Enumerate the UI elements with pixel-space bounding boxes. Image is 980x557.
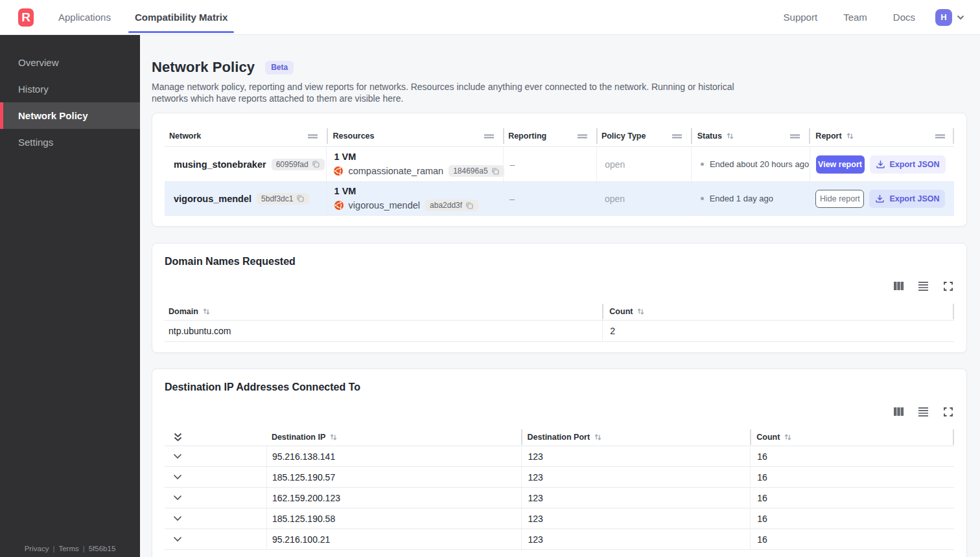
sidebar-item-network-policy[interactable]: Network Policy [0,102,140,129]
count-cell: 16 [750,467,954,487]
network-row-selected: vigorous_mendel 5bdf3dc1 1 VM vigorous_m… [165,182,954,216]
page-title: Network Policy [152,59,255,76]
rows-icon[interactable] [918,406,929,417]
column-menu-icon[interactable] [789,131,800,142]
count-cell: 16 [750,446,954,466]
status-dot [701,197,704,200]
fullscreen-icon[interactable] [942,406,953,417]
destination-row: 162.159.200.123 123 16 [165,488,954,508]
rows-icon[interactable] [918,280,929,291]
nav-link-support[interactable]: Support [784,12,818,23]
columns-icon[interactable] [893,406,904,417]
destination-ip-card: Destination IP Addresses Connected To De… [152,369,967,557]
sidebar: Overview History Network Policy Settings… [0,35,140,557]
export-json-button[interactable]: Export JSON [870,155,946,174]
nav-link-docs[interactable]: Docs [893,12,915,23]
sort-icon[interactable] [203,308,210,315]
row-expander[interactable] [165,508,266,529]
sort-icon[interactable] [594,433,601,441]
count-cell: 16 [750,529,954,549]
terms-link[interactable]: Terms [58,545,78,552]
page-description-line2: networks which have reports attached to … [152,93,403,104]
destination-row: 185.125.190.57 123 16 [165,467,954,488]
sort-icon[interactable] [330,433,337,441]
status-cell: Ended about 20 hours ago [691,147,810,181]
sidebar-item-history[interactable]: History [0,76,140,102]
copy-icon[interactable] [312,160,320,168]
top-navbar: R Applications Compatibility Matrix Supp… [0,0,980,35]
nav-link-team[interactable]: Team [843,12,867,23]
primary-tabs: Applications Compatibility Matrix [52,0,234,34]
column-menu-icon[interactable] [484,131,495,142]
export-json-button[interactable]: Export JSON [869,190,945,208]
network-id-badge: 60959fad [272,159,325,170]
policy-type-cell: open [596,182,691,215]
sidebar-item-overview[interactable]: Overview [0,49,140,76]
column-header-destination-ip[interactable]: Destination IP [266,428,521,446]
page-description-line1: Manage network policy, reporting and vie… [152,82,734,92]
sort-icon[interactable] [637,308,644,315]
column-menu-icon[interactable] [671,131,682,142]
count-cell: 2 [602,321,954,341]
sort-icon[interactable] [846,132,854,140]
column-header-report[interactable]: Report [809,126,954,146]
domain-cell: ntp.ubuntu.com [165,321,602,341]
column-header-resources[interactable]: Resources [327,126,504,146]
destination-ip-cell: 95.216.100.21 [266,529,521,549]
brand-logo[interactable]: R [18,8,34,27]
view-report-button[interactable]: View report [816,155,865,174]
resource-id-badge: aba2dd3f [425,199,478,211]
reporting-cell: – [503,147,596,181]
expand-all-header[interactable] [165,428,266,446]
copy-icon[interactable] [465,201,474,210]
row-expander[interactable] [165,446,266,466]
download-icon [875,194,885,203]
row-expander[interactable] [165,488,266,508]
row-expander[interactable] [165,467,266,487]
column-header-count[interactable]: Count [602,302,954,320]
user-avatar[interactable]: H [935,9,952,26]
column-header-domain[interactable]: Domain [165,302,602,320]
fullscreen-icon[interactable] [942,280,953,291]
sort-icon[interactable] [784,433,791,441]
row-expander[interactable] [165,529,266,549]
destination-ip-cell: 185.125.190.58 [266,508,521,529]
sidebar-item-settings[interactable]: Settings [0,129,140,155]
copy-icon[interactable] [296,194,305,203]
column-header-count[interactable]: Count [750,428,954,446]
destination-port-cell: 123 [521,508,751,529]
column-header-policy-type[interactable]: Policy Type [596,126,691,146]
sidebar-footer: Privacy|Terms|5f56b15 [0,545,140,552]
resource-name: vigorous_mendel [349,200,420,210]
resources-summary: 1 VM [334,186,479,196]
column-header-destination-port[interactable]: Destination Port [521,428,751,446]
double-chevron-down-icon[interactable] [174,433,182,442]
resource-name: compassionate_raman [348,166,443,176]
sort-icon[interactable] [727,132,734,140]
footer-divider: | [52,545,54,552]
copy-icon[interactable] [491,167,500,176]
count-cell: 16 [750,508,954,529]
destination-port-cell: 123 [521,446,751,466]
privacy-link[interactable]: Privacy [25,545,49,552]
column-menu-icon[interactable] [577,131,588,142]
network-name: musing_stonebraker [174,159,266,170]
user-menu-chevron-icon[interactable] [957,15,964,20]
hide-report-button[interactable]: Hide report [815,190,864,208]
destination-row: 185.125.190.58 123 16 [165,508,954,529]
columns-icon[interactable] [893,280,904,291]
tab-applications[interactable]: Applications [52,0,117,34]
build-hash: 5f56b15 [89,545,116,552]
column-header-network[interactable]: Network [165,126,327,146]
reporting-cell: – [503,182,596,215]
column-menu-icon[interactable] [935,131,946,142]
tab-compatibility-matrix[interactable]: Compatibility Matrix [128,0,234,34]
destination-port-cell: 123 [521,529,751,549]
column-menu-icon[interactable] [307,131,318,142]
download-icon [876,159,885,169]
main-content: Network Policy Beta Manage network polic… [140,35,980,557]
destination-ip-cell: 95.216.138.141 [266,446,521,466]
destination-port-cell: 123 [521,467,751,487]
column-header-status[interactable]: Status [691,126,810,146]
column-header-reporting[interactable]: Reporting [503,126,596,146]
